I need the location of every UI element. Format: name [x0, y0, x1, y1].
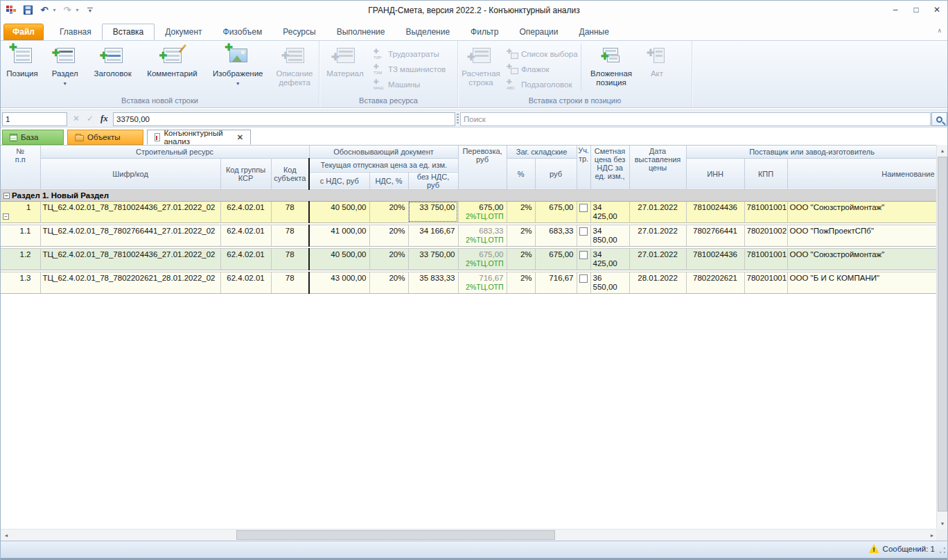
- cell-transport[interactable]: 716,672%ТЦ.ОТП: [458, 272, 507, 293]
- cell-ksr[interactable]: 62.4.02.01: [220, 225, 271, 246]
- cell-stock-pct[interactable]: 2%: [507, 225, 535, 246]
- checkbox-icon[interactable]: [579, 204, 588, 212]
- cell-vat[interactable]: 20%: [369, 272, 408, 293]
- cell-with-vat[interactable]: 41 000,00: [309, 225, 369, 246]
- cell-inn[interactable]: 7802202621: [686, 272, 744, 293]
- cell-kpp[interactable]: 780201001: [744, 272, 787, 293]
- cell-no-vat[interactable]: 35 833,33: [408, 272, 458, 293]
- doc-tab-base[interactable]: База: [2, 130, 64, 145]
- cell-code[interactable]: ТЦ_62.4.02.01_78_7802766441_27.01.2022_0…: [40, 225, 220, 246]
- cell-subj[interactable]: 78: [271, 272, 309, 293]
- resize-grip[interactable]: [939, 547, 946, 554]
- cell-transport[interactable]: 675,002%ТЦ.ОТП: [458, 201, 507, 222]
- tab-filtr[interactable]: Фильтр: [460, 24, 509, 40]
- customize-toolbar-icon[interactable]: ▼: [84, 3, 96, 16]
- cell-name[interactable]: ООО "Союзстроймонтаж": [787, 201, 938, 222]
- tab-vydelenie[interactable]: Выделение: [395, 24, 460, 40]
- insert-header-button[interactable]: ✚ Заголовок: [87, 44, 139, 78]
- close-button[interactable]: ✕: [927, 1, 947, 19]
- vertical-scroll-thumb[interactable]: [938, 157, 947, 511]
- cell-stock-rub[interactable]: 716,67: [535, 272, 577, 293]
- cell-num[interactable]: 1.1: [1, 225, 40, 246]
- tab-fizobem[interactable]: Физобъем: [213, 24, 273, 40]
- cell-vat[interactable]: 20%: [369, 225, 408, 246]
- tab-operacii[interactable]: Операции: [509, 24, 568, 40]
- tab-vypolnenie[interactable]: Выполнение: [326, 24, 396, 40]
- cell-vat[interactable]: 20%: [369, 201, 408, 222]
- cell-price[interactable]: 36 550,00: [590, 272, 629, 293]
- cell-with-vat[interactable]: 40 500,00: [309, 201, 369, 222]
- search-button[interactable]: [931, 112, 947, 126]
- collapse-ribbon-icon[interactable]: ∧: [937, 27, 942, 34]
- cell-name[interactable]: ООО "ПожПроектСПб": [787, 225, 938, 246]
- formula-input[interactable]: [113, 112, 455, 126]
- search-input[interactable]: [460, 112, 931, 126]
- cell-date[interactable]: 27.01.2022: [629, 225, 686, 246]
- cell-name[interactable]: ООО "Б И С КОМПАНИ": [787, 272, 938, 293]
- cell-kpp[interactable]: 781001001: [744, 201, 787, 222]
- cell-name-box[interactable]: [2, 112, 67, 126]
- table-row[interactable]: 1.2 ТЦ_62.4.02.01_78_7810024436_27.01.20…: [1, 248, 938, 270]
- cell-date[interactable]: 27.01.2022: [629, 201, 686, 222]
- doc-tab-objects[interactable]: Объекты: [67, 130, 143, 145]
- horizontal-scrollbar[interactable]: ◄ ►: [1, 529, 938, 541]
- cell-code[interactable]: ТЦ_62.4.02.01_78_7810024436_27.01.2022_0…: [40, 201, 220, 222]
- splitter-handle[interactable]: [457, 114, 459, 125]
- cell-num[interactable]: 1−: [1, 201, 40, 222]
- minimize-button[interactable]: –: [885, 1, 906, 19]
- scroll-left-icon[interactable]: ◄: [1, 530, 12, 541]
- table-row[interactable]: 1.1 ТЦ_62.4.02.01_78_7802766441_27.01.20…: [1, 225, 938, 246]
- doc-tab-analysis[interactable]: Конъюнктурный анализ ✕: [147, 130, 251, 145]
- cell-inn[interactable]: 7810024436: [686, 201, 744, 222]
- cell-price[interactable]: 34 425,00: [590, 201, 629, 222]
- cell-inn[interactable]: 7810024436: [686, 248, 744, 270]
- active-cell[interactable]: 33 750,00: [408, 201, 458, 222]
- cell-transport[interactable]: 675,002%ТЦ.ОТП: [458, 248, 507, 270]
- checkbox-icon[interactable]: [579, 227, 588, 236]
- scroll-down-icon[interactable]: ▼: [937, 518, 948, 529]
- cell-ksr[interactable]: 62.4.02.01: [220, 248, 271, 270]
- cell-ksr[interactable]: 62.4.02.01: [220, 201, 271, 222]
- cell-uch[interactable]: [577, 248, 590, 270]
- section-row[interactable]: −Раздел 1. Новый Раздел: [1, 189, 938, 201]
- tab-glavnaya[interactable]: Главная: [49, 24, 102, 40]
- cell-subj[interactable]: 78: [271, 248, 309, 270]
- insert-position-button[interactable]: ✚ Позиция: [1, 44, 44, 78]
- cell-stock-rub[interactable]: 675,00: [535, 201, 577, 222]
- cell-with-vat[interactable]: 43 000,00: [309, 272, 369, 293]
- tab-file[interactable]: Файл: [3, 24, 44, 40]
- cell-inn[interactable]: 7802766441: [686, 225, 744, 246]
- fx-icon[interactable]: fx: [100, 113, 108, 124]
- cell-num[interactable]: 1.3: [1, 272, 40, 293]
- cell-ksr[interactable]: 62.4.02.01: [220, 272, 271, 293]
- cell-stock-pct[interactable]: 2%: [507, 272, 535, 293]
- horizontal-scroll-thumb[interactable]: [236, 530, 555, 540]
- cell-transport[interactable]: 683,332%ТЦ.ОТП: [458, 225, 507, 246]
- undo-dropdown-icon[interactable]: ▼: [52, 8, 57, 12]
- cell-with-vat[interactable]: 40 500,00: [309, 248, 369, 270]
- cell-subj[interactable]: 78: [271, 201, 309, 222]
- cell-price[interactable]: 34 425,00: [590, 248, 629, 270]
- vertical-scrollbar[interactable]: ▲ ▼: [936, 145, 947, 529]
- cell-num[interactable]: 1.2: [1, 248, 40, 270]
- cell-date[interactable]: 28.01.2022: [629, 272, 686, 293]
- cell-uch[interactable]: [577, 201, 590, 222]
- row-collapse-icon[interactable]: −: [3, 213, 9, 220]
- tab-vstavka[interactable]: Вставка: [102, 24, 155, 40]
- cell-code[interactable]: ТЦ_62.4.02.01_78_7810024436_27.01.2022_0…: [40, 248, 220, 270]
- cell-uch[interactable]: [577, 225, 590, 246]
- cell-subj[interactable]: 78: [271, 225, 309, 246]
- tab-dokument[interactable]: Документ: [155, 24, 212, 40]
- cell-kpp[interactable]: 780201002: [744, 225, 787, 246]
- cell-stock-pct[interactable]: 2%: [507, 248, 535, 270]
- close-tab-icon[interactable]: ✕: [237, 133, 243, 142]
- cell-vat[interactable]: 20%: [369, 248, 408, 270]
- scroll-up-icon[interactable]: ▲: [937, 145, 948, 156]
- cell-date[interactable]: 27.01.2022: [629, 248, 686, 270]
- cell-price[interactable]: 34 850,00: [590, 225, 629, 246]
- insert-nested-position-button[interactable]: ✚ Вложенная позиция: [581, 44, 641, 87]
- cell-kpp[interactable]: 781001001: [744, 248, 787, 270]
- section-collapse-icon[interactable]: −: [3, 193, 10, 199]
- cell-no-vat[interactable]: 34 166,67: [408, 225, 458, 246]
- checkbox-icon[interactable]: [579, 274, 588, 283]
